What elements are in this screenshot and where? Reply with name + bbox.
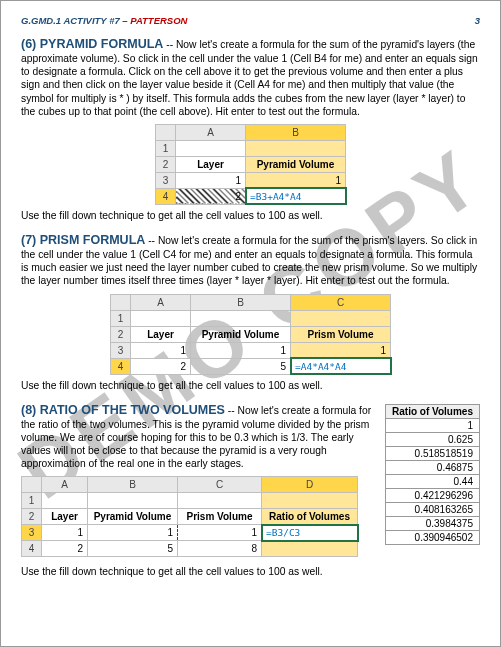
- cell-A3: 1: [176, 172, 246, 188]
- row-3-hdr: 3: [156, 172, 176, 188]
- ratio-row: 0.3984375: [386, 516, 480, 530]
- section-8-after: Use the fill down technique to get all t…: [21, 565, 480, 578]
- section-7: (7) PRISM FORMULA -- Now let's create a …: [21, 232, 480, 392]
- excel-grid-7: A B C 1 2 Layer Pyramid Volume Prism Vol…: [110, 294, 391, 375]
- cell-B4: 5: [191, 358, 291, 374]
- cell-B3: 1: [88, 525, 178, 541]
- cell-C3: 1: [178, 525, 262, 541]
- row-1-hdr: 1: [156, 140, 176, 156]
- cell-B4: 5: [88, 541, 178, 557]
- col-B-hdr: B: [88, 477, 178, 493]
- cell-A4: 2: [176, 188, 246, 204]
- ratio-row: 0.518518519: [386, 446, 480, 460]
- course-code: G.GMD.1 ACTIVITY #7 –: [21, 15, 128, 26]
- section-6-title: (6) PYRAMID FORMULA: [21, 37, 163, 51]
- col-B-hdr: B: [246, 124, 346, 140]
- cell-B2: Pyramid Volume: [246, 156, 346, 172]
- section-7-title: (7) PRISM FORMULA: [21, 233, 145, 247]
- section-6-after: Use the fill down technique to get all t…: [21, 209, 480, 222]
- section-7-after: Use the fill down technique to get all t…: [21, 379, 480, 392]
- ratio-row: 0.46875: [386, 460, 480, 474]
- ratio-of-volumes-table: Ratio of Volumes 1 0.625 0.518518519 0.4…: [385, 404, 480, 545]
- cell-C4-formula[interactable]: =A4*A4*A4: [291, 358, 391, 374]
- col-A-hdr: A: [42, 477, 88, 493]
- author-name: PATTERSON: [130, 15, 187, 26]
- cell-A4: 2: [42, 541, 88, 557]
- ratio-row: 0.625: [386, 432, 480, 446]
- excel-grid-8: A B C D 1 2 Layer Pyramid Volume Prism V…: [21, 476, 358, 557]
- ratio-header: Ratio of Volumes: [386, 404, 480, 418]
- corner-cell: [156, 124, 176, 140]
- section-6: (6) PYRAMID FORMULA -- Now let's create …: [21, 36, 480, 222]
- ratio-row: 0.390946502: [386, 530, 480, 544]
- cell-C3: 1: [291, 342, 391, 358]
- cell-B3: 1: [246, 172, 346, 188]
- ratio-row: 1: [386, 418, 480, 432]
- cell-A3: 1: [42, 525, 88, 541]
- cell-A2: Layer: [42, 509, 88, 525]
- page-header: G.GMD.1 ACTIVITY #7 – PATTERSON 3: [21, 15, 480, 26]
- col-A-hdr: A: [131, 294, 191, 310]
- cell-C4: 8: [178, 541, 262, 557]
- col-C-hdr: C: [178, 477, 262, 493]
- cell-D2: Ratio of Volumes: [262, 509, 358, 525]
- col-B-hdr: B: [191, 294, 291, 310]
- cell-A2: Layer: [131, 326, 191, 342]
- cell-B2: Pyramid Volume: [88, 509, 178, 525]
- cell-D3-formula[interactable]: =B3/C3: [262, 525, 358, 541]
- cell-C2: Prism Volume: [178, 509, 262, 525]
- cell-A3: 1: [131, 342, 191, 358]
- col-A-hdr: A: [176, 124, 246, 140]
- cell-B3: 1: [191, 342, 291, 358]
- excel-grid-6: A B 1 2 Layer Pyramid Volume 3 1 1 4 2 =…: [155, 124, 346, 205]
- ratio-row: 0.421296296: [386, 488, 480, 502]
- col-D-hdr: D: [262, 477, 358, 493]
- col-C-hdr: C: [291, 294, 391, 310]
- page-number: 3: [475, 15, 480, 26]
- row-4-hdr: 4: [156, 188, 176, 204]
- cell-C2: Prism Volume: [291, 326, 391, 342]
- section-8: Ratio of Volumes 1 0.625 0.518518519 0.4…: [21, 402, 480, 579]
- cell-A4: 2: [131, 358, 191, 374]
- cell-B4-formula[interactable]: =B3+A4*A4: [246, 188, 346, 204]
- cell-A2: Layer: [176, 156, 246, 172]
- section-8-title: (8) RATIO OF THE TWO VOLUMES: [21, 403, 225, 417]
- cell-B2: Pyramid Volume: [191, 326, 291, 342]
- ratio-row: 0.408163265: [386, 502, 480, 516]
- ratio-row: 0.44: [386, 474, 480, 488]
- row-2-hdr: 2: [156, 156, 176, 172]
